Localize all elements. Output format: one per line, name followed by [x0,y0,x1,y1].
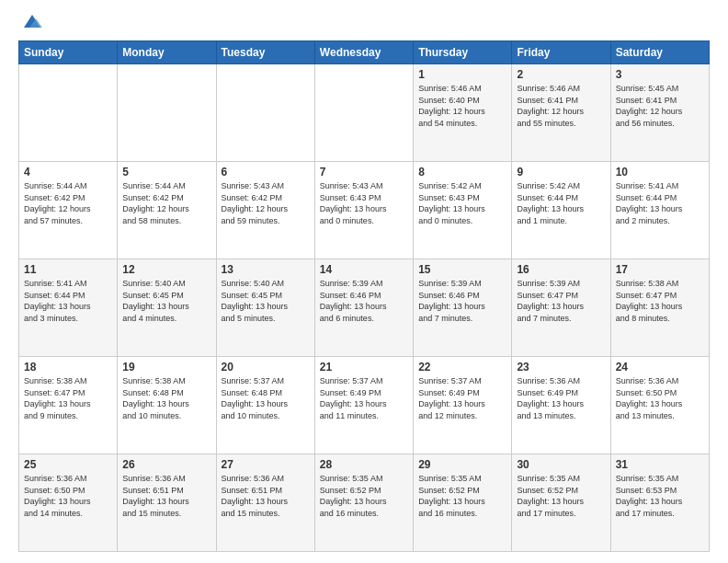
calendar-cell: 15Sunrise: 5:39 AM Sunset: 6:46 PM Dayli… [414,259,512,357]
day-number: 24 [616,361,704,373]
day-info: Sunrise: 5:36 AM Sunset: 6:49 PM Dayligh… [517,375,605,421]
day-info: Sunrise: 5:41 AM Sunset: 6:44 PM Dayligh… [616,180,704,226]
day-number: 29 [418,458,506,471]
logo [18,15,42,31]
calendar-page: SundayMondayTuesdayWednesdayThursdayFrid… [0,0,728,563]
calendar-cell: 20Sunrise: 5:37 AM Sunset: 6:48 PM Dayli… [216,357,314,454]
calendar-cell: 19Sunrise: 5:38 AM Sunset: 6:48 PM Dayli… [118,357,216,454]
day-number: 14 [320,263,408,276]
calendar-cell: 7Sunrise: 5:43 AM Sunset: 6:43 PM Daylig… [314,162,413,259]
day-number: 30 [517,458,605,471]
week-row-4: 18Sunrise: 5:38 AM Sunset: 6:47 PM Dayli… [19,357,710,454]
logo-icon [22,11,42,31]
day-info: Sunrise: 5:36 AM Sunset: 6:51 PM Dayligh… [122,473,210,519]
weekday-header-sunday: Sunday [19,41,118,64]
calendar-cell: 10Sunrise: 5:41 AM Sunset: 6:44 PM Dayli… [610,162,709,259]
day-number: 25 [24,458,112,471]
calendar-cell [19,64,118,162]
weekday-header-saturday: Saturday [610,41,709,64]
day-info: Sunrise: 5:38 AM Sunset: 6:47 PM Dayligh… [24,375,112,421]
week-row-2: 4Sunrise: 5:44 AM Sunset: 6:42 PM Daylig… [19,162,710,259]
day-number: 2 [517,68,605,81]
calendar-table: SundayMondayTuesdayWednesdayThursdayFrid… [18,40,710,552]
weekday-header-tuesday: Tuesday [216,41,314,64]
day-info: Sunrise: 5:36 AM Sunset: 6:50 PM Dayligh… [24,473,112,519]
day-number: 21 [320,361,408,373]
calendar-cell: 9Sunrise: 5:42 AM Sunset: 6:44 PM Daylig… [512,162,610,259]
calendar-cell: 22Sunrise: 5:37 AM Sunset: 6:49 PM Dayli… [414,357,512,454]
day-number: 27 [222,458,310,471]
day-info: Sunrise: 5:37 AM Sunset: 6:48 PM Dayligh… [222,375,310,421]
calendar-cell: 3Sunrise: 5:45 AM Sunset: 6:41 PM Daylig… [610,64,709,162]
day-info: Sunrise: 5:39 AM Sunset: 6:46 PM Dayligh… [320,278,408,324]
day-info: Sunrise: 5:36 AM Sunset: 6:51 PM Dayligh… [222,473,310,519]
day-number: 8 [418,166,506,178]
day-number: 23 [517,361,605,373]
day-info: Sunrise: 5:38 AM Sunset: 6:48 PM Dayligh… [122,375,210,421]
day-number: 19 [122,361,210,373]
calendar-cell: 2Sunrise: 5:46 AM Sunset: 6:41 PM Daylig… [512,64,610,162]
calendar-cell [314,64,413,162]
calendar-cell: 5Sunrise: 5:44 AM Sunset: 6:42 PM Daylig… [118,162,216,259]
calendar-cell [216,64,314,162]
day-info: Sunrise: 5:37 AM Sunset: 6:49 PM Dayligh… [320,375,408,421]
calendar-cell [118,64,216,162]
weekday-header-wednesday: Wednesday [314,41,413,64]
day-info: Sunrise: 5:38 AM Sunset: 6:47 PM Dayligh… [616,278,704,324]
week-row-3: 11Sunrise: 5:41 AM Sunset: 6:44 PM Dayli… [19,259,710,357]
week-row-5: 25Sunrise: 5:36 AM Sunset: 6:50 PM Dayli… [19,454,710,552]
day-info: Sunrise: 5:44 AM Sunset: 6:42 PM Dayligh… [122,180,210,226]
calendar-cell: 28Sunrise: 5:35 AM Sunset: 6:52 PM Dayli… [314,454,413,552]
weekday-header-monday: Monday [118,41,216,64]
day-info: Sunrise: 5:39 AM Sunset: 6:46 PM Dayligh… [418,278,506,324]
day-number: 26 [122,458,210,471]
calendar-cell: 21Sunrise: 5:37 AM Sunset: 6:49 PM Dayli… [314,357,413,454]
calendar-cell: 29Sunrise: 5:35 AM Sunset: 6:52 PM Dayli… [414,454,512,552]
calendar-cell: 11Sunrise: 5:41 AM Sunset: 6:44 PM Dayli… [19,259,118,357]
day-info: Sunrise: 5:44 AM Sunset: 6:42 PM Dayligh… [24,180,112,226]
day-info: Sunrise: 5:43 AM Sunset: 6:42 PM Dayligh… [222,180,310,226]
day-number: 6 [222,166,310,178]
day-number: 16 [517,263,605,276]
weekday-header-friday: Friday [512,41,610,64]
day-number: 5 [122,166,210,178]
calendar-cell: 14Sunrise: 5:39 AM Sunset: 6:46 PM Dayli… [314,259,413,357]
week-row-1: 1Sunrise: 5:46 AM Sunset: 6:40 PM Daylig… [19,64,710,162]
day-info: Sunrise: 5:42 AM Sunset: 6:44 PM Dayligh… [517,180,605,226]
calendar-cell: 17Sunrise: 5:38 AM Sunset: 6:47 PM Dayli… [610,259,709,357]
weekday-header-row: SundayMondayTuesdayWednesdayThursdayFrid… [19,41,710,64]
calendar-cell: 8Sunrise: 5:42 AM Sunset: 6:43 PM Daylig… [414,162,512,259]
calendar-cell: 13Sunrise: 5:40 AM Sunset: 6:45 PM Dayli… [216,259,314,357]
day-number: 22 [418,361,506,373]
calendar-cell: 26Sunrise: 5:36 AM Sunset: 6:51 PM Dayli… [118,454,216,552]
day-number: 1 [418,68,506,81]
weekday-header-thursday: Thursday [414,41,512,64]
calendar-cell: 30Sunrise: 5:35 AM Sunset: 6:52 PM Dayli… [512,454,610,552]
day-info: Sunrise: 5:41 AM Sunset: 6:44 PM Dayligh… [24,278,112,324]
day-number: 13 [222,263,310,276]
day-number: 17 [616,263,704,276]
day-info: Sunrise: 5:36 AM Sunset: 6:50 PM Dayligh… [616,375,704,421]
calendar-cell: 4Sunrise: 5:44 AM Sunset: 6:42 PM Daylig… [19,162,118,259]
day-number: 15 [418,263,506,276]
calendar-cell: 12Sunrise: 5:40 AM Sunset: 6:45 PM Dayli… [118,259,216,357]
calendar-cell: 1Sunrise: 5:46 AM Sunset: 6:40 PM Daylig… [414,64,512,162]
day-info: Sunrise: 5:46 AM Sunset: 6:40 PM Dayligh… [418,83,506,129]
header [18,15,710,31]
day-info: Sunrise: 5:40 AM Sunset: 6:45 PM Dayligh… [122,278,210,324]
day-info: Sunrise: 5:43 AM Sunset: 6:43 PM Dayligh… [320,180,408,226]
calendar-cell: 24Sunrise: 5:36 AM Sunset: 6:50 PM Dayli… [610,357,709,454]
day-info: Sunrise: 5:42 AM Sunset: 6:43 PM Dayligh… [418,180,506,226]
day-info: Sunrise: 5:45 AM Sunset: 6:41 PM Dayligh… [616,83,704,129]
day-info: Sunrise: 5:35 AM Sunset: 6:52 PM Dayligh… [320,473,408,519]
day-info: Sunrise: 5:35 AM Sunset: 6:53 PM Dayligh… [616,473,704,519]
day-number: 20 [222,361,310,373]
day-number: 3 [616,68,704,81]
day-info: Sunrise: 5:40 AM Sunset: 6:45 PM Dayligh… [222,278,310,324]
calendar-cell: 23Sunrise: 5:36 AM Sunset: 6:49 PM Dayli… [512,357,610,454]
day-number: 12 [122,263,210,276]
day-number: 10 [616,166,704,178]
calendar-cell: 6Sunrise: 5:43 AM Sunset: 6:42 PM Daylig… [216,162,314,259]
day-info: Sunrise: 5:35 AM Sunset: 6:52 PM Dayligh… [517,473,605,519]
day-info: Sunrise: 5:35 AM Sunset: 6:52 PM Dayligh… [418,473,506,519]
